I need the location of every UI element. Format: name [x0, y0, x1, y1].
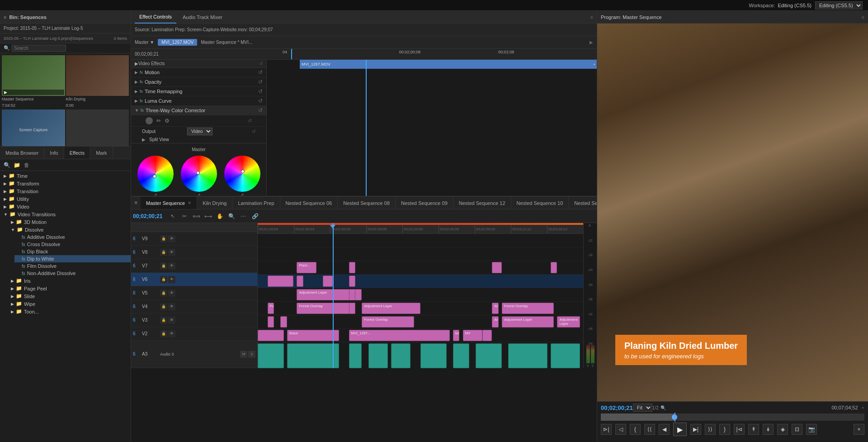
- program-menu-icon[interactable]: ≡: [862, 14, 864, 20]
- tl-zoom-tool[interactable]: 🔍: [226, 211, 236, 221]
- folder-video-transitions-header[interactable]: ▼ 📁 Video Transitions: [0, 210, 131, 218]
- clip-v3-1[interactable]: [268, 316, 274, 328]
- tab-mark[interactable]: Mark: [90, 147, 113, 159]
- clip-v2-black[interactable]: Black: [287, 330, 339, 341]
- v8-lock-icon[interactable]: 🔒: [160, 249, 167, 256]
- clip-v2-3[interactable]: [482, 330, 492, 341]
- folder-time-header[interactable]: ▶ 📁 Time: [0, 172, 131, 180]
- clip-v6-1[interactable]: [268, 276, 294, 287]
- btn-add-marker[interactable]: +: [854, 424, 864, 435]
- bin-item-lam[interactable]: Screen Capture Lamination Prep 6:05:53: [2, 109, 65, 146]
- output-reset[interactable]: ↺: [252, 129, 255, 134]
- v5-eye-icon[interactable]: 👁: [168, 290, 175, 297]
- v9-eye-icon[interactable]: 👁: [168, 235, 175, 242]
- clip-a3-6[interactable]: [420, 343, 447, 368]
- tab-nested-06[interactable]: Nested Sequence 06: [280, 197, 338, 209]
- clip-v7-4[interactable]: [551, 262, 557, 273]
- clip-v3-adj4[interactable]: Adjustment Layer: [557, 316, 580, 328]
- clip-v4-adj2[interactable]: Adjustment Layer: [362, 303, 420, 314]
- tab-audio-track-mixer[interactable]: Audio Track Mixer: [178, 11, 227, 24]
- video-effects-reset[interactable]: ↺: [259, 61, 263, 66]
- clip-v7-3[interactable]: [492, 262, 502, 273]
- folder-wipe-header[interactable]: ▶ 📁 Wipe: [7, 300, 131, 308]
- clip-a3-4[interactable]: [368, 343, 388, 368]
- item-film-dissolve[interactable]: fx Film Dissolve: [14, 262, 131, 270]
- btn-play[interactable]: ▶: [673, 423, 687, 436]
- tab-effects[interactable]: Effects: [64, 147, 90, 159]
- folder-video-header[interactable]: ▶ 📁 Video: [0, 203, 131, 210]
- item-cross-dissolve[interactable]: fx Cross Dissolve: [14, 241, 131, 248]
- clip-v6-3[interactable]: [323, 276, 333, 287]
- btn-insert[interactable]: ◈: [777, 424, 788, 435]
- clip-v7-2[interactable]: [349, 262, 355, 273]
- tab-nested-10[interactable]: Nested Sequence 10: [511, 197, 569, 209]
- program-zoom-icon[interactable]: 🔍: [660, 405, 666, 410]
- btn-mark-out[interactable]: }: [719, 424, 730, 435]
- tab-master-sequence[interactable]: Master Sequence ✕: [141, 197, 197, 209]
- clip-v4-1[interactable]: Paul: [268, 303, 274, 314]
- timeline-close-btn[interactable]: ✕: [131, 200, 141, 206]
- v8-eye-icon[interactable]: 👁: [168, 249, 175, 256]
- tab-nested-11[interactable]: Nested Sequence 11: [569, 197, 597, 209]
- clip-v2-1[interactable]: [258, 330, 284, 341]
- item-additive-dissolve[interactable]: fx Additive Dissolve: [14, 233, 131, 241]
- tab-lamination-prep[interactable]: Lamination Prep: [232, 197, 280, 209]
- folder-iris-header[interactable]: ▶ 📁 Iris: [7, 277, 131, 285]
- btn-step-back2[interactable]: ◀: [659, 424, 670, 435]
- time-remap-reset-icon[interactable]: ↺: [258, 88, 263, 95]
- v6-lock-icon[interactable]: 🔒: [160, 276, 167, 283]
- btn-lift[interactable]: ↟: [748, 424, 759, 435]
- clip-v3-2[interactable]: [280, 316, 287, 328]
- clip-v3-ait2[interactable]: AIT: [492, 316, 498, 328]
- program-add-icon[interactable]: +: [862, 405, 864, 410]
- tab-kiln-drying[interactable]: Kiln Drying: [197, 197, 232, 209]
- v4-lock-icon[interactable]: 🔒: [160, 303, 167, 310]
- tl-ripple-tool[interactable]: ⟺: [191, 211, 201, 221]
- btn-export-frame[interactable]: 📷: [806, 424, 817, 435]
- v4-eye-icon[interactable]: 👁: [168, 303, 175, 310]
- program-progress[interactable]: [601, 413, 864, 421]
- clip-a3-5[interactable]: [391, 343, 410, 368]
- clip-a3-7[interactable]: [453, 343, 469, 368]
- tab-nested-12[interactable]: Nested Sequence 12: [453, 197, 511, 209]
- btn-mark-in[interactable]: {: [630, 424, 641, 435]
- program-fit-select[interactable]: Fit: [633, 404, 652, 412]
- v9-lock-icon[interactable]: 🔒: [160, 235, 167, 242]
- tl-link-btn[interactable]: 🔗: [250, 211, 260, 221]
- clip-a3-10[interactable]: [551, 343, 580, 368]
- folder-dissolve-header[interactable]: ▼ 📁 Dissolve: [7, 226, 131, 233]
- a3-s-btn[interactable]: S: [248, 351, 255, 358]
- btn-step-back[interactable]: ◁: [615, 424, 626, 435]
- v7-lock-icon[interactable]: 🔒: [160, 262, 167, 270]
- clip-v2-back[interactable]: back: [453, 330, 459, 341]
- bin-menu-icon[interactable]: ≡: [4, 14, 6, 20]
- btn-step-prev[interactable]: ⟨⟨: [644, 424, 655, 435]
- 3way-gear-icon[interactable]: ⚙: [165, 118, 170, 124]
- item-non-additive[interactable]: fx Non-Additive Dissolve: [14, 270, 131, 277]
- effect-row-opacity[interactable]: ▶ fx Opacity ↺: [131, 77, 266, 87]
- clip-v6-2[interactable]: [297, 276, 303, 287]
- ec-clip-name[interactable]: MVI_1267.MOV: [158, 39, 197, 46]
- clip-v6-4[interactable]: [349, 276, 355, 287]
- tab-nested-09[interactable]: Nested Sequence 09: [396, 197, 453, 209]
- v2-lock-icon[interactable]: 🔒: [160, 330, 167, 337]
- effect-row-time-remapping[interactable]: ▶ fx Time Remapping ↺: [131, 87, 266, 96]
- clip-v3-forest3[interactable]: Forest Overlay: [362, 316, 414, 328]
- effect-row-3way[interactable]: ▼ fx Three-Way Color Corrector ↺: [131, 106, 266, 115]
- v6-eye-icon[interactable]: 👁: [168, 276, 175, 283]
- btn-step-next[interactable]: ⟩⟩: [705, 424, 716, 435]
- bin-item-master[interactable]: ▶ Master Sequence 7:04:52: [2, 55, 65, 109]
- tl-razor-tool[interactable]: ✂: [179, 211, 189, 221]
- item-dip-black[interactable]: fx Dip Black: [14, 248, 131, 255]
- ec-menu-icon[interactable]: ≡: [590, 14, 593, 20]
- folder-utility-header[interactable]: ▶ 📁 Utility: [0, 195, 131, 203]
- wheel-shadows-canvas[interactable]: [137, 156, 174, 192]
- folder-page-peel-header[interactable]: ▶ 📁 Page Peel: [7, 285, 131, 292]
- ec-expand-icon[interactable]: ▶: [590, 40, 593, 45]
- tl-snap-btn[interactable]: ⋯: [238, 211, 248, 221]
- opacity-reset-icon[interactable]: ↺: [258, 79, 263, 85]
- tab-info[interactable]: Info: [44, 147, 64, 159]
- effect-row-luma-curve[interactable]: ▶ fx Luma Curve ↺: [131, 96, 266, 106]
- 3way-reset-icon[interactable]: ↺: [258, 107, 263, 114]
- clip-v2-mv1[interactable]: MVI_1267...: [349, 330, 450, 341]
